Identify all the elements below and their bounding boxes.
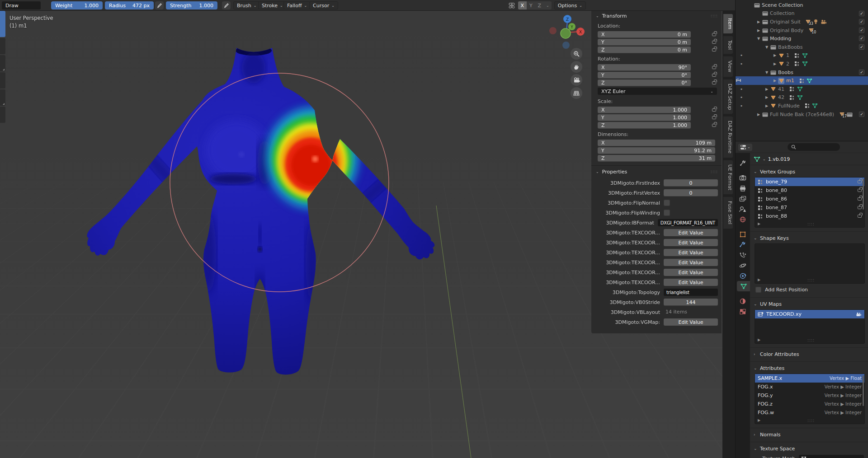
expand-arrow-icon[interactable]: ▶ [755,20,762,24]
vertex-group-item[interactable]: bone_87 [755,203,864,212]
custom-property-checkbox[interactable] [664,210,670,216]
properties-tab-physics[interactable] [736,260,750,271]
expand-arrow-icon[interactable]: ▶ [764,95,770,99]
tool-button[interactable] [0,38,5,54]
lock-toggle[interactable] [712,32,716,37]
list-expand-arrow[interactable]: ▶ [758,338,760,342]
dimensions-y-field[interactable]: Y91.2 m [598,147,715,154]
scale-z-field[interactable]: Z1.000 [598,122,691,129]
tool-button[interactable] [0,72,5,89]
mesh-data-name[interactable]: 1.vb.019 [768,156,790,162]
attribute-item[interactable]: FOG.xVertex ▶ Integer [755,383,864,391]
stroke-dropdown[interactable]: Stroke⌄ [258,1,287,9]
list-resize-handle[interactable]: :::: [807,418,815,423]
location-x-field[interactable]: X0 m [598,31,691,38]
falloff-dropdown[interactable]: Falloff⌄ [283,1,311,9]
list-expand-arrow[interactable]: ▶ [758,278,760,282]
properties-tab-render[interactable] [736,173,750,183]
expand-arrow-icon[interactable]: ▶ [772,62,778,66]
outliner-row-m1[interactable]: ▶m1 [736,76,868,85]
tool-button[interactable] [0,107,5,123]
properties-tab-view-layer[interactable] [736,193,750,204]
expand-arrow-icon[interactable]: ▶ [772,79,778,83]
outliner-row-boobs[interactable]: ▼Boobs✓ [736,68,868,77]
outliner-row-2[interactable]: •▶2 [736,60,868,68]
properties-panel-header[interactable]: ⌄ Properties :::: [591,167,722,177]
outliner-row-42[interactable]: •▶42 [736,93,868,102]
lock-toggle[interactable] [712,47,716,53]
scale-y-field[interactable]: Y1.000 [598,114,691,121]
custom-property-slider[interactable]: 0 [664,189,718,196]
properties-tab-material[interactable] [736,296,750,306]
ortho-toggle-button[interactable] [571,87,582,99]
render-camera-icon[interactable] [856,312,862,317]
location-y-field[interactable]: Y0 m [598,39,691,46]
exclude-checkbox[interactable]: ✓ [859,11,864,16]
sidebar-tab-view[interactable]: View [723,56,733,77]
list-expand-arrow[interactable]: ▶ [758,222,760,226]
lock-toggle[interactable] [712,115,716,121]
properties-tab-tool[interactable] [736,158,750,168]
edit-value-button[interactable]: Edit Value [664,229,718,236]
edit-value-button[interactable]: Edit Value [664,318,718,326]
weight-slider[interactable]: Weight1.000 [51,1,103,9]
list-expand-arrow[interactable]: ▶ [758,418,760,422]
vertex-group-item[interactable]: bone_86 [755,195,864,203]
brush-type-dropdown[interactable]: Draw [2,1,41,9]
dimensions-z-field[interactable]: Z31 m [598,155,715,162]
list-resize-handle[interactable]: :::: [807,278,815,282]
expand-arrow-icon[interactable]: ▶ [764,104,770,108]
outliner-row-41[interactable]: •▶41 [736,85,868,93]
list-resize-handle[interactable]: :::: [807,222,815,226]
outliner-row-fullnude[interactable]: •▶FullNude [736,102,868,110]
edit-value-button[interactable]: Edit Value [664,269,718,276]
attributes-header[interactable]: ⌄Attributes [750,364,868,373]
attribute-item[interactable]: FOG.zVertex ▶ Integer [755,400,864,408]
lock-toggle[interactable] [858,196,862,202]
rotation-z-field[interactable]: Z0° [598,79,691,86]
sidebar-tab-tool[interactable]: Tool [723,36,733,54]
sidebar-tab-daz-setup[interactable]: DAZ Setup [723,79,733,115]
exclude-checkbox[interactable]: ✓ [859,28,864,33]
viewport-canvas[interactable]: User Perspective (1) m1 [0,11,735,458]
mirror-more-chevron[interactable]: ⌄ [544,1,552,9]
lock-toggle[interactable] [712,107,716,113]
collapse-arrow-icon[interactable]: ▼ [755,37,762,41]
outliner-row-1[interactable]: •▶1 [736,51,868,60]
lock-toggle[interactable] [712,39,716,45]
scale-x-field[interactable]: X1.000 [598,107,691,113]
pan-tool-button[interactable] [571,61,582,73]
custom-property-text-field[interactable]: trianglelist [664,289,718,296]
collapse-arrow-icon[interactable]: ▼ [764,45,770,49]
lock-toggle[interactable] [858,213,862,219]
lock-toggle[interactable] [858,187,862,193]
outliner-row-collection[interactable]: Collection✓ [736,9,868,18]
lock-toggle[interactable] [712,80,716,86]
options-dropdown[interactable]: Options⌄ [554,1,586,9]
3d-viewport[interactable]: User Perspective (1) m1 [0,0,735,458]
exclude-checkbox[interactable]: ✓ [859,112,864,117]
lock-toggle[interactable] [712,65,716,70]
navigation-gizmo[interactable]: Z X Y [547,13,586,51]
tool-draw-button[interactable] [0,11,5,37]
properties-search-input[interactable] [788,143,840,151]
cursor-dropdown[interactable]: Cursor⌄ [309,1,338,9]
attribute-item[interactable]: FOG.wVertex ▶ Integer [755,408,864,417]
strength-slider[interactable]: Strength1.000 [166,1,217,9]
properties-tab-object[interactable] [736,229,750,239]
properties-tab-scene[interactable] [736,204,750,214]
outliner-row-bakboobs[interactable]: ▼BakBoobs✓ [736,43,868,51]
attribute-item[interactable]: SAMPLE.xVertex ▶ Float [755,374,864,383]
outliner-row-original-suit[interactable]: ▶Original Suit33✓ [736,18,868,26]
edit-value-button[interactable]: Edit Value [664,259,718,266]
zoom-tool-button[interactable] [571,48,582,60]
collapse-arrow-icon[interactable]: ▼ [764,70,770,75]
panel-drag-handle[interactable]: :::: [711,14,718,18]
dimensions-x-field[interactable]: X109 m [598,140,715,146]
edit-value-button[interactable]: Edit Value [664,239,718,246]
exclude-checkbox[interactable]: ✓ [859,36,864,41]
properties-tab-world[interactable] [736,214,750,224]
scrollbar[interactable] [863,375,864,406]
tool-button[interactable] [0,55,5,71]
expand-arrow-icon[interactable]: ▶ [755,112,762,117]
